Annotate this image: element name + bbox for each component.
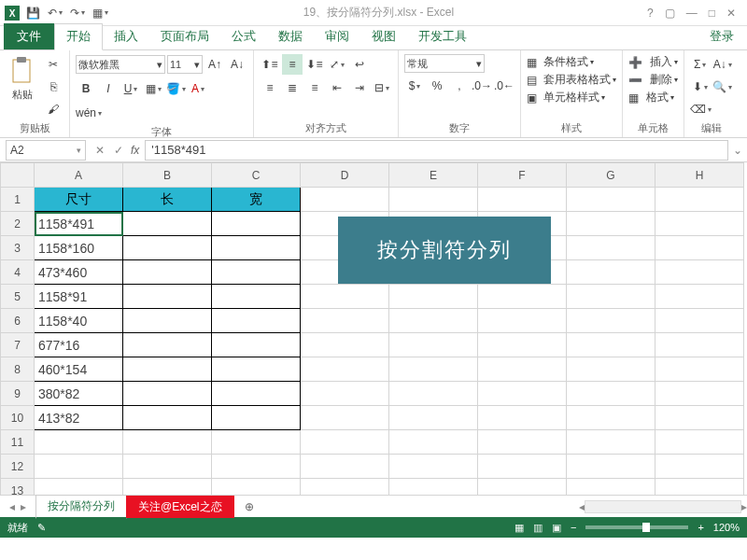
cell-H13[interactable]	[655, 479, 744, 496]
cell-C2[interactable]	[212, 212, 301, 236]
increase-font-icon[interactable]: A↑	[204, 54, 225, 75]
fill-icon[interactable]: ⬇	[690, 77, 711, 97]
copy-icon[interactable]: ⎘	[43, 77, 63, 97]
cell-F9[interactable]	[478, 382, 567, 406]
cell-B1[interactable]: 长	[123, 188, 212, 212]
cell-C5[interactable]	[212, 285, 301, 309]
align-center-icon[interactable]: ≣	[282, 77, 303, 98]
cell-D6[interactable]	[301, 309, 389, 333]
align-bottom-icon[interactable]: ⬇≡	[304, 54, 325, 75]
cell-H6[interactable]	[655, 309, 744, 333]
login-link[interactable]: 登录	[698, 24, 747, 49]
align-middle-icon[interactable]: ≡	[282, 54, 303, 75]
cell-D5[interactable]	[301, 285, 389, 309]
cell-F12[interactable]	[478, 455, 567, 479]
row-header-5[interactable]: 5	[1, 285, 35, 309]
cell-B3[interactable]	[123, 236, 212, 260]
cell-G4[interactable]	[567, 260, 655, 285]
cell-B10[interactable]	[123, 406, 212, 430]
row-header-12[interactable]: 12	[1, 455, 35, 479]
tab-home[interactable]: 开始	[54, 23, 103, 50]
cell-C7[interactable]	[212, 333, 301, 357]
zoom-level[interactable]: 120%	[713, 522, 740, 533]
autosum-icon[interactable]: Σ	[690, 54, 711, 75]
view-page-break-icon[interactable]: ▣	[552, 522, 561, 534]
col-header-G[interactable]: G	[567, 163, 655, 188]
cell-C3[interactable]	[212, 236, 301, 260]
paste-button[interactable]: 粘贴	[6, 54, 39, 104]
cell-F11[interactable]	[478, 430, 567, 455]
cell-G6[interactable]	[567, 309, 655, 333]
align-left-icon[interactable]: ≡	[260, 77, 280, 98]
cell-A2[interactable]: 1158*491	[35, 212, 123, 236]
cell-B13[interactable]	[123, 479, 212, 496]
sheet-nav-last-icon[interactable]: ▸	[21, 500, 26, 513]
cell-D7[interactable]	[301, 333, 389, 357]
cell-E5[interactable]	[389, 285, 478, 309]
font-family-select[interactable]: 微软雅黑▾	[76, 55, 165, 74]
cell-A4[interactable]: 473*460	[35, 260, 123, 285]
format-painter-icon[interactable]: 🖌	[43, 99, 63, 119]
decrease-font-icon[interactable]: A↓	[227, 54, 247, 75]
zoom-out-icon[interactable]: −	[571, 522, 576, 533]
row-header-11[interactable]: 11	[1, 430, 35, 455]
tab-page-layout[interactable]: 页面布局	[149, 24, 220, 49]
cell-C1[interactable]: 宽	[212, 188, 301, 212]
row-header-13[interactable]: 13	[1, 479, 35, 496]
format-as-table-button[interactable]: ▤ 套用表格格式▾	[527, 72, 616, 88]
cell-C12[interactable]	[212, 455, 301, 479]
new-sheet-icon[interactable]: ⊕	[239, 500, 260, 513]
cell-A11[interactable]	[35, 430, 123, 455]
formula-input[interactable]: '1158*491	[145, 140, 728, 161]
delete-cells-button[interactable]: ➖ 删除▾	[628, 72, 677, 88]
sheet-tab-1[interactable]: 按分隔符分列	[35, 495, 127, 519]
decrease-indent-icon[interactable]: ⇤	[327, 77, 347, 98]
cell-H5[interactable]	[655, 285, 744, 309]
cell-B9[interactable]	[123, 382, 212, 406]
bold-button[interactable]: B	[76, 78, 96, 99]
font-color-icon[interactable]: A	[188, 78, 208, 99]
cell-A8[interactable]: 460*154	[35, 357, 123, 382]
insert-cells-button[interactable]: ➕ 插入▾	[628, 54, 677, 70]
cell-H7[interactable]	[655, 333, 744, 357]
row-header-1[interactable]: 1	[1, 188, 35, 212]
conditional-format-button[interactable]: ▦ 条件格式▾	[527, 54, 616, 70]
cut-icon[interactable]: ✂	[43, 54, 63, 75]
cell-C6[interactable]	[212, 309, 301, 333]
clear-icon[interactable]: ⌫	[690, 99, 712, 119]
zoom-slider[interactable]	[585, 525, 688, 529]
cell-A1[interactable]: 尺寸	[35, 188, 123, 212]
sheet-nav-first-icon[interactable]: ◂	[9, 500, 15, 513]
cell-D10[interactable]	[301, 406, 389, 430]
row-header-3[interactable]: 3	[1, 236, 35, 260]
row-header-9[interactable]: 9	[1, 382, 35, 406]
sort-filter-icon[interactable]: A↓	[712, 54, 733, 75]
tab-insert[interactable]: 插入	[103, 24, 149, 49]
cell-H10[interactable]	[655, 406, 744, 430]
comma-icon[interactable]: ,	[449, 76, 470, 96]
cell-G8[interactable]	[567, 357, 655, 382]
cell-A13[interactable]	[35, 479, 123, 496]
cell-F1[interactable]	[478, 188, 567, 212]
col-header-A[interactable]: A	[35, 163, 123, 188]
accounting-icon[interactable]: $	[404, 76, 425, 96]
cell-C9[interactable]	[212, 382, 301, 406]
tab-review[interactable]: 审阅	[314, 24, 360, 49]
row-header-7[interactable]: 7	[1, 333, 35, 357]
underline-button[interactable]: U	[120, 78, 141, 99]
redo-icon[interactable]: ↷	[67, 3, 88, 23]
increase-indent-icon[interactable]: ⇥	[349, 77, 370, 98]
orientation-icon[interactable]: ⤢	[327, 54, 347, 75]
format-cells-button[interactable]: ▦ 格式▾	[628, 90, 677, 105]
expand-formula-icon[interactable]: ⌄	[728, 144, 747, 157]
cell-H9[interactable]	[655, 382, 744, 406]
align-top-icon[interactable]: ⬆≡	[260, 54, 280, 75]
row-header-4[interactable]: 4	[1, 260, 35, 285]
cell-F10[interactable]	[478, 406, 567, 430]
cell-C13[interactable]	[212, 479, 301, 496]
cell-D8[interactable]	[301, 357, 389, 382]
view-normal-icon[interactable]: ▦	[514, 522, 524, 534]
save-icon[interactable]: 💾	[22, 3, 43, 23]
col-header-C[interactable]: C	[212, 163, 301, 188]
cell-B12[interactable]	[123, 455, 212, 479]
